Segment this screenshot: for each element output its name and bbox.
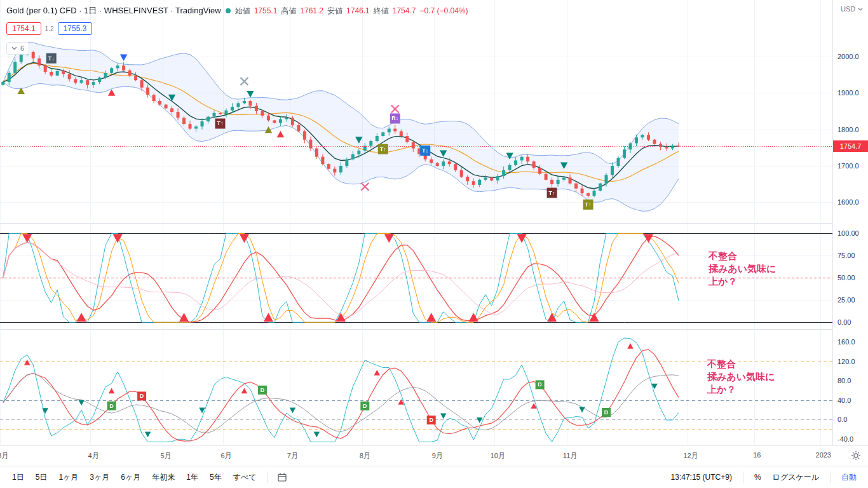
time-axis-label: 2023	[816, 451, 831, 459]
time-axis[interactable]: 3月4月5月6月7月8月9月10月11月12月162023	[0, 445, 868, 466]
open-label: 始値	[235, 6, 250, 17]
pane-separator[interactable]	[0, 329, 868, 330]
stochastic-pane-canvas[interactable]	[0, 224, 832, 329]
sell-price-button[interactable]: 1754.1	[6, 22, 41, 35]
range-button-1ヶ月[interactable]: 1ヶ月	[53, 470, 84, 485]
ohlc-row: 始値 1755.1 高値 1761.2 安値 1746.1 終値 1754.7 …	[235, 6, 468, 17]
annotation-line: 上か？	[709, 275, 776, 288]
symbol-title[interactable]: Gold (per 0.1) CFD · 1日 · WHSELFINVEST ·…	[6, 5, 221, 17]
time-axis-label: 9月	[432, 451, 443, 461]
currency-label: USD	[841, 5, 855, 13]
quote-row: 1754.1 1.2 1755.3	[6, 22, 468, 35]
time-axis-label: 11月	[563, 451, 577, 461]
range-button-5日[interactable]: 5日	[30, 470, 53, 485]
log-scale-button[interactable]: ログスケール	[768, 470, 824, 485]
range-button-6ヶ月[interactable]: 6ヶ月	[115, 470, 146, 485]
range-button-年初来[interactable]: 年初来	[146, 470, 180, 485]
axis-tick-label: 100.00	[833, 229, 868, 238]
time-axis-label: 8月	[360, 451, 370, 461]
go-to-date-button[interactable]	[272, 470, 292, 485]
currency-selector[interactable]: USD	[833, 5, 868, 13]
low-label: 安値	[327, 6, 342, 17]
range-button-すべて[interactable]: すべて	[227, 470, 262, 485]
tradingview-chart-window: Gold (per 0.1) CFD · 1日 · WHSELFINVEST ·…	[0, 0, 868, 488]
auto-scale-button[interactable]: 自動	[836, 470, 862, 485]
change-value: −0.7 (−0.04%)	[419, 6, 468, 15]
clock[interactable]: 13:47:15 (UTC+9)	[666, 473, 737, 482]
axis-tick-label: 2000.0	[833, 52, 868, 61]
last-price-tag: 1754.7	[833, 140, 868, 152]
close-value: 1754.7	[393, 6, 416, 15]
date-range-buttons: 1日5日1ヶ月3ヶ月6ヶ月年初来1年5年すべて	[6, 470, 262, 485]
annotation-line: 上か？	[707, 383, 775, 396]
open-value: 1755.1	[254, 6, 278, 15]
toolbar-right-group: 13:47:15 (UTC+9) % ログスケール 自動	[666, 470, 862, 485]
time-axis-label: 16	[753, 451, 761, 459]
axis-tick-label: 1900.0	[833, 88, 868, 97]
toolbar-divider	[267, 471, 268, 483]
axis-tick-label: 160.0	[833, 337, 868, 346]
market-status-dot-icon	[226, 8, 231, 13]
annotation-note-momentum[interactable]: 不整合 揉みあい気味に 上か？	[707, 358, 775, 396]
annotation-line: 揉みあい気味に	[707, 370, 775, 383]
axis-tick-label: 1700.0	[833, 161, 868, 170]
high-value: 1761.2	[300, 6, 323, 15]
calendar-icon	[277, 472, 287, 482]
chevron-down-icon	[858, 8, 863, 11]
range-button-1日[interactable]: 1日	[6, 470, 30, 485]
axis-tick-label: 25.00	[833, 295, 868, 304]
axis-tick-label: 1600.0	[833, 198, 868, 207]
annotation-line: 揉みあい気味に	[709, 262, 776, 275]
hidden-indicators-count: 6	[20, 44, 24, 52]
axis-tick-label: 0.0	[833, 415, 868, 424]
axis-tick-label: 75.00	[833, 251, 868, 260]
time-axis-label: 5月	[160, 451, 171, 461]
axis-tick-label: -40.0	[833, 435, 868, 444]
pane-separator[interactable]	[0, 223, 868, 224]
indicators-collapse-button[interactable]: 6	[6, 42, 29, 55]
axis-tick-label: 120.0	[833, 357, 868, 366]
gear-icon[interactable]	[850, 450, 862, 461]
annotation-line: 不整合	[707, 358, 775, 370]
time-axis-label: 6月	[220, 451, 231, 461]
range-button-3ヶ月[interactable]: 3ヶ月	[84, 470, 115, 485]
high-label: 高値	[281, 6, 296, 17]
axis-tick-label: 80.0	[833, 376, 868, 385]
legend-title-row: Gold (per 0.1) CFD · 1日 · WHSELFINVEST ·…	[6, 5, 468, 17]
percent-scale-button[interactable]: %	[749, 470, 766, 484]
range-button-5年[interactable]: 5年	[204, 470, 227, 485]
spread-value: 1.2	[45, 25, 54, 32]
chart-legend: Gold (per 0.1) CFD · 1日 · WHSELFINVEST ·…	[6, 5, 468, 55]
time-axis-label: 3月	[0, 451, 8, 461]
price-axis[interactable]: USD 1754.7 2000.01900.01800.01700.01600.…	[833, 0, 868, 445]
time-axis-label: 10月	[491, 451, 505, 461]
chevron-down-icon	[11, 46, 17, 50]
low-value: 1746.1	[346, 6, 370, 15]
bottom-toolbar: 1日5日1ヶ月3ヶ月6ヶ月年初来1年5年すべて 13:47:15 (UTC+9)…	[0, 466, 868, 488]
time-axis-label: 7月	[287, 451, 298, 461]
time-axis-label: 12月	[683, 451, 698, 461]
annotation-note-stochastic[interactable]: 不整合 揉みあい気味に 上か？	[709, 250, 776, 288]
toolbar-divider	[830, 471, 831, 483]
axis-tick-label: 0.00	[833, 318, 868, 327]
axis-tick-label: 1800.0	[833, 125, 868, 134]
axis-tick-label: 50.00	[833, 273, 868, 282]
range-button-1年[interactable]: 1年	[180, 470, 204, 485]
buy-price-button[interactable]: 1755.3	[58, 22, 93, 35]
toolbar-divider	[743, 471, 743, 483]
axis-tick-label: 40.0	[833, 396, 868, 405]
time-axis-label: 4月	[88, 451, 99, 461]
close-label: 終値	[374, 6, 389, 17]
annotation-line: 不整合	[709, 250, 776, 262]
